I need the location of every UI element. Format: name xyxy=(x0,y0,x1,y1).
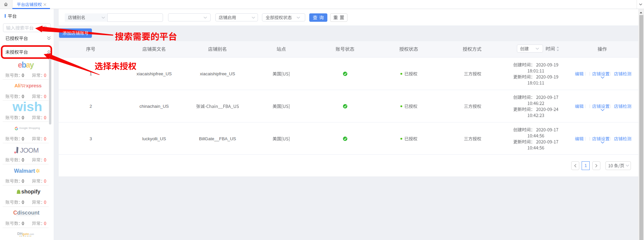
svg-text:JOOM: JOOM xyxy=(20,147,39,154)
